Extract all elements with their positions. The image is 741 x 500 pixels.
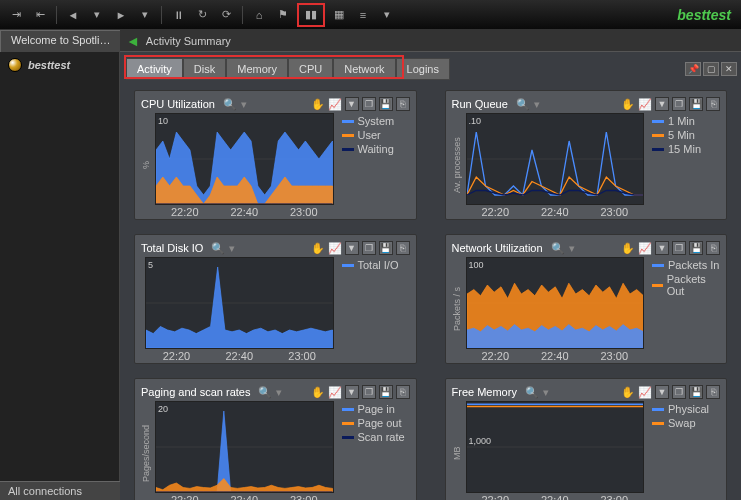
filter-icon[interactable]: ▼	[345, 385, 359, 399]
main-toolbar: ⇥ ⇤ ◄ ▾ ► ▾ ⏸ ↻ ⟳ ⌂ ⚑ ▮▮ ▦ ≡ ▾	[0, 0, 741, 30]
chart-title: Free Memory	[452, 386, 517, 398]
back-icon[interactable]: ◄	[63, 5, 83, 25]
save-icon[interactable]: 💾	[379, 385, 393, 399]
copy-icon[interactable]: ❐	[672, 241, 686, 255]
filter-icon[interactable]: ▼	[655, 385, 669, 399]
copy-icon[interactable]: ❐	[362, 385, 376, 399]
chart-card: Network Utilization🔍▾✋📈▼❐💾⎘Packets / s10…	[445, 234, 728, 364]
save-icon[interactable]: 💾	[379, 241, 393, 255]
plot-area[interactable]: .10	[466, 113, 645, 205]
page-title: Activity Summary	[146, 35, 231, 47]
filter-icon[interactable]: ▼	[345, 97, 359, 111]
sparkline-icon[interactable]: 📈	[638, 242, 652, 255]
copy-icon[interactable]: ❐	[672, 97, 686, 111]
connection-status-icon	[8, 58, 22, 72]
back-arrow-icon[interactable]: ◄	[126, 33, 140, 49]
magnify-icon[interactable]: 🔍	[516, 98, 530, 111]
tab-welcome[interactable]: Welcome to Spotli…	[0, 30, 121, 52]
grid-icon[interactable]: ▦	[329, 5, 349, 25]
activity-bars-icon[interactable]: ▮▮	[301, 5, 321, 25]
legend: SystemUserWaiting	[338, 113, 410, 217]
copy-icon[interactable]: ❐	[362, 97, 376, 111]
filter-icon[interactable]: ▼	[655, 241, 669, 255]
export-icon[interactable]: ⎘	[706, 97, 720, 111]
pause-icon[interactable]: ⏸	[168, 5, 188, 25]
hand-icon[interactable]: ✋	[621, 386, 635, 399]
dropdown-icon[interactable]: ▾	[87, 5, 107, 25]
main-header: ◄ Activity Summary	[120, 30, 741, 52]
save-icon[interactable]: 💾	[689, 97, 703, 111]
hand-icon[interactable]: ✋	[311, 98, 325, 111]
alerts-icon[interactable]: ⚑	[273, 5, 293, 25]
hand-icon[interactable]: ✋	[621, 242, 635, 255]
tab-disk[interactable]: Disk	[183, 58, 226, 80]
connection-item[interactable]: besttest	[0, 52, 119, 78]
tab-logins[interactable]: Logins	[396, 58, 450, 80]
plot-area[interactable]: 5	[145, 257, 334, 349]
database-icon[interactable]: ≡	[353, 5, 373, 25]
plot-area[interactable]: 10	[155, 113, 334, 205]
chart-card: Total Disk IO🔍▾✋📈▼❐💾⎘522:2022:4023:00Tot…	[134, 234, 417, 364]
hand-icon[interactable]: ✋	[311, 386, 325, 399]
sidebar: besttest	[0, 52, 120, 500]
forward-icon[interactable]: ►	[111, 5, 131, 25]
magnify-icon[interactable]: 🔍	[211, 242, 225, 255]
dropdown-icon[interactable]: ▾	[135, 5, 155, 25]
tab-memory[interactable]: Memory	[226, 58, 288, 80]
y-axis-label: Av. processes	[452, 113, 462, 217]
filter-icon[interactable]: ▼	[655, 97, 669, 111]
sparkline-icon[interactable]: 📈	[328, 386, 342, 399]
tab-network[interactable]: Network	[333, 58, 395, 80]
sidebar-footer[interactable]: All connections	[0, 481, 120, 500]
legend: Packets InPackets Out	[648, 257, 720, 361]
sparkline-icon[interactable]: 📈	[638, 98, 652, 111]
sparkline-icon[interactable]: 📈	[638, 386, 652, 399]
plot-area[interactable]: 20	[155, 401, 334, 493]
x-axis: 22:2022:4023:00	[466, 493, 645, 500]
save-icon[interactable]: 💾	[689, 385, 703, 399]
plot-area[interactable]: 1,000	[466, 401, 645, 493]
copy-icon[interactable]: ❐	[362, 241, 376, 255]
copy-icon[interactable]: ❐	[672, 385, 686, 399]
refresh-all-icon[interactable]: ⟳	[216, 5, 236, 25]
tab-activity[interactable]: Activity	[126, 58, 183, 80]
tab-cpu[interactable]: CPU	[288, 58, 333, 80]
highlighted-toolbar-button: ▮▮	[297, 3, 325, 27]
chart-card: Run Queue🔍▾✋📈▼❐💾⎘Av. processes.1022:2022…	[445, 90, 728, 220]
magnify-icon[interactable]: 🔍	[223, 98, 237, 111]
sparkline-icon[interactable]: 📈	[328, 242, 342, 255]
export-icon[interactable]: ⎘	[396, 97, 410, 111]
chart-card: CPU Utilization🔍▾✋📈▼❐💾⎘%1022:2022:4023:0…	[134, 90, 417, 220]
hand-icon[interactable]: ✋	[621, 98, 635, 111]
charts-grid: CPU Utilization🔍▾✋📈▼❐💾⎘%1022:2022:4023:0…	[120, 80, 741, 500]
magnify-icon[interactable]: 🔍	[551, 242, 565, 255]
y-axis-label: Packets / s	[452, 257, 462, 361]
filter-icon[interactable]: ▼	[345, 241, 359, 255]
chart-title: Run Queue	[452, 98, 508, 110]
export-icon[interactable]: ⎘	[396, 385, 410, 399]
refresh-icon[interactable]: ↻	[192, 5, 212, 25]
x-axis: 22:2022:4023:00	[466, 349, 645, 361]
activity-tabs: Activity Disk Memory CPU Network Logins	[120, 52, 741, 80]
export-icon[interactable]: ⎘	[396, 241, 410, 255]
chart-title: Network Utilization	[452, 242, 543, 254]
main-panel: ◄ Activity Summary 📌 ▢ ✕ Activity Disk M…	[120, 30, 741, 500]
hand-icon[interactable]: ✋	[311, 242, 325, 255]
sparkline-icon[interactable]: 📈	[328, 98, 342, 111]
home-icon[interactable]: ⌂	[249, 5, 269, 25]
magnify-icon[interactable]: 🔍	[525, 386, 539, 399]
magnify-icon[interactable]: 🔍	[258, 386, 272, 399]
x-axis: 22:2022:4023:00	[155, 493, 334, 500]
plug-out-icon[interactable]: ⇤	[30, 5, 50, 25]
connection-label: besttest	[28, 59, 70, 71]
dropdown-icon[interactable]: ▾	[377, 5, 397, 25]
save-icon[interactable]: 💾	[379, 97, 393, 111]
plug-in-icon[interactable]: ⇥	[6, 5, 26, 25]
legend: PhysicalSwap	[648, 401, 720, 500]
plot-area[interactable]: 100	[466, 257, 645, 349]
y-axis-label: %	[141, 113, 151, 217]
export-icon[interactable]: ⎘	[706, 241, 720, 255]
y-axis-label: MB	[452, 401, 462, 500]
export-icon[interactable]: ⎘	[706, 385, 720, 399]
save-icon[interactable]: 💾	[689, 241, 703, 255]
